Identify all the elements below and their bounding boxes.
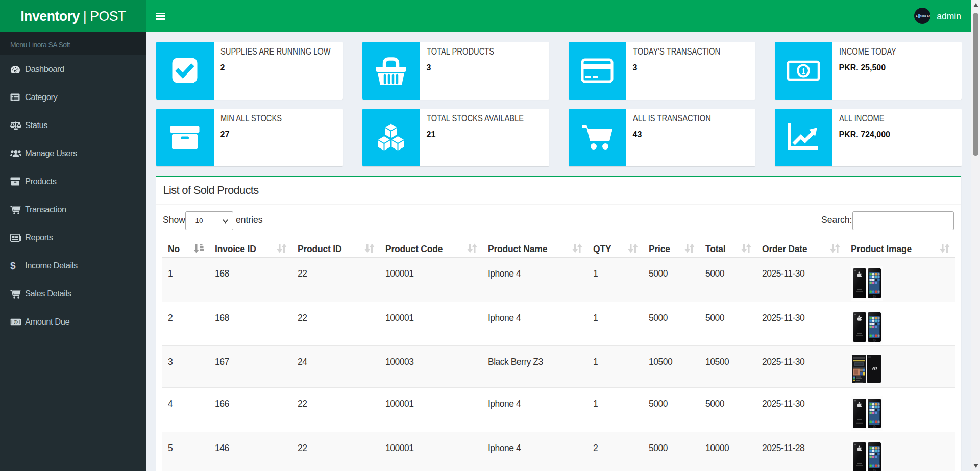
svg-text:1: 1 (15, 320, 17, 324)
svg-text:1: 1 (801, 66, 806, 76)
